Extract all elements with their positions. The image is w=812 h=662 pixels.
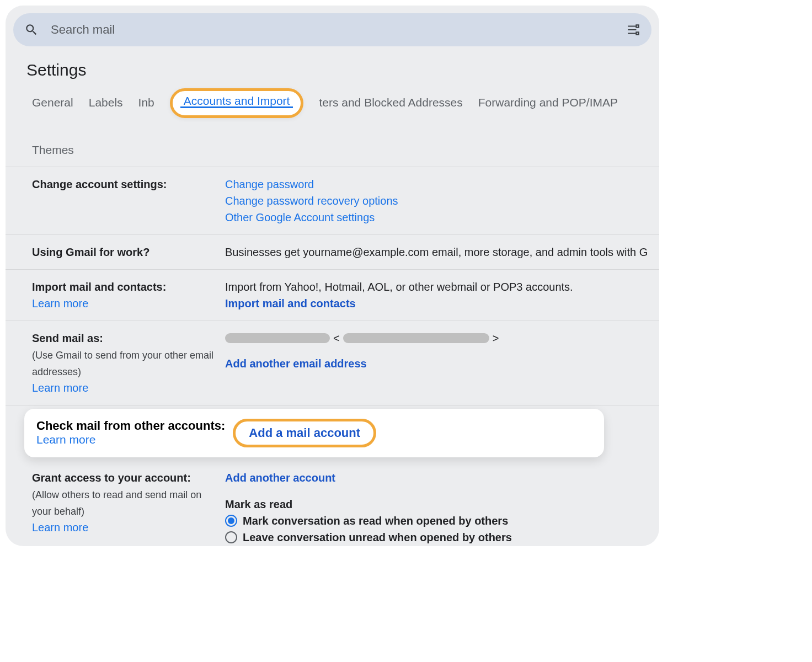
tab-filters-partial[interactable]: ters and Blocked Addresses [319, 93, 462, 119]
redacted-name [225, 333, 330, 343]
tab-labels[interactable]: Labels [89, 93, 123, 119]
gmail-work-text: Businesses get yourname@example.com emai… [225, 244, 659, 260]
check-mail-label: Check mail from other accounts: [36, 419, 225, 433]
send-mail-as-label: Send mail as: [32, 332, 103, 344]
angle-open: < [333, 330, 340, 346]
search-icon [24, 23, 39, 37]
send-mail-as-learn-more[interactable]: Learn more [32, 382, 88, 394]
import-mail-action[interactable]: Import mail and contacts [225, 297, 356, 309]
radio-leave-unread-label: Leave conversation unread when opened by… [243, 529, 512, 546]
grant-access-learn-more[interactable]: Learn more [32, 521, 88, 533]
import-mail-text: Import from Yahoo!, Hotmail, AOL, or oth… [225, 279, 659, 295]
grant-access-sub: (Allow others to read and send mail on y… [32, 489, 201, 517]
svg-rect-4 [636, 32, 638, 34]
settings-tabs: General Labels Inb Accounts and Import t… [6, 92, 659, 167]
tab-accounts-and-import[interactable]: Accounts and Import [184, 94, 290, 111]
highlight-accounts-import: Accounts and Import [170, 88, 304, 118]
radio-unselected-icon [225, 531, 237, 543]
add-mail-account-button[interactable]: Add a mail account [233, 419, 376, 447]
search-bar[interactable]: Search mail [13, 13, 651, 46]
section-gmail-work: Using Gmail for work? Businesses get you… [6, 235, 659, 270]
link-other-settings[interactable]: Other Google Account settings [225, 211, 375, 223]
import-mail-label: Import mail and contacts: [32, 281, 166, 293]
search-placeholder: Search mail [51, 23, 115, 37]
add-another-email[interactable]: Add another email address [225, 357, 367, 370]
redacted-email [343, 333, 489, 343]
gmail-work-label: Using Gmail for work? [32, 246, 149, 258]
tab-general[interactable]: General [32, 93, 73, 119]
check-mail-learn-more[interactable]: Learn more [36, 433, 95, 446]
section-change-account: Change account settings: Change password… [6, 167, 659, 235]
section-import-mail: Import mail and contacts: Learn more Imp… [6, 270, 659, 321]
link-change-recovery[interactable]: Change password recovery options [225, 195, 398, 207]
page-title: Settings [26, 61, 659, 79]
radio-selected-icon [225, 515, 237, 527]
radio-leave-unread[interactable]: Leave conversation unread when opened by… [225, 529, 659, 546]
import-mail-learn-more[interactable]: Learn more [32, 297, 88, 309]
tab-themes[interactable]: Themes [32, 136, 659, 167]
settings-card: Search mail Settings General Labels Inb … [6, 6, 659, 546]
filter-icon[interactable] [626, 23, 640, 37]
add-another-account[interactable]: Add another account [225, 472, 335, 484]
section-grant-access: Grant access to your account: (Allow oth… [6, 461, 659, 546]
section-check-mail-highlight: Check mail from other accounts: Learn mo… [24, 409, 604, 457]
mark-as-read-label: Mark as read [225, 496, 659, 512]
radio-mark-read[interactable]: Mark conversation as read when opened by… [225, 512, 659, 529]
radio-mark-read-label: Mark conversation as read when opened by… [243, 512, 508, 529]
angle-close: > [493, 330, 499, 346]
change-account-label: Change account settings: [32, 178, 167, 190]
section-send-mail-as: Send mail as: (Use Gmail to send from yo… [6, 321, 659, 405]
tab-inbox-partial[interactable]: Inb [138, 93, 154, 119]
svg-rect-3 [636, 25, 638, 27]
send-mail-as-sub: (Use Gmail to send from your other email… [32, 350, 213, 377]
settings-sections: Change account settings: Change password… [6, 167, 659, 546]
grant-access-label: Grant access to your account: [32, 472, 191, 484]
tab-forwarding[interactable]: Forwarding and POP/IMAP [478, 93, 618, 119]
link-change-password[interactable]: Change password [225, 178, 314, 190]
